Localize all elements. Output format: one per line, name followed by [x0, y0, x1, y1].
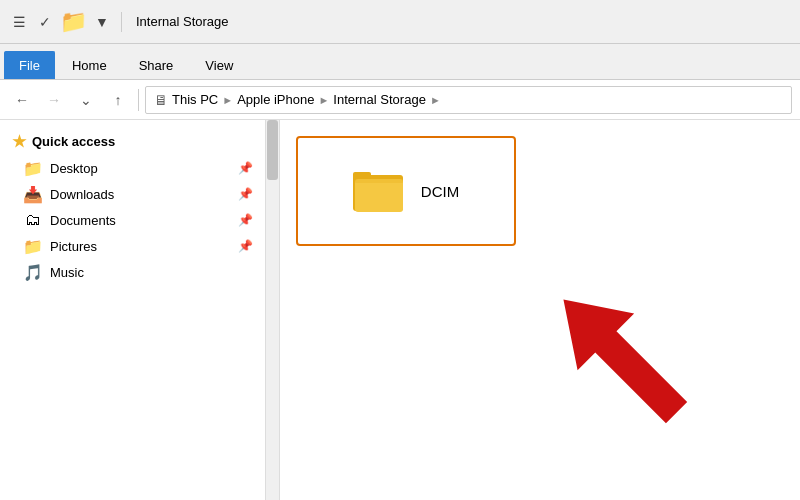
- segment-label: Internal Storage: [333, 92, 426, 107]
- file-area: DCIM: [280, 120, 800, 500]
- segment-label: Apple iPhone: [237, 92, 314, 107]
- quick-access-button[interactable]: ☰: [8, 11, 30, 33]
- computer-icon: 🖥: [154, 92, 168, 108]
- music-label: Music: [50, 265, 253, 280]
- folder-inner: DCIM: [353, 167, 459, 215]
- title-bar: ☰ ✓ 📁 ▼ Internal Storage: [0, 0, 800, 44]
- recent-locations-button[interactable]: ⌄: [72, 86, 100, 114]
- sidebar-item-desktop[interactable]: 📁 Desktop 📌: [0, 155, 265, 181]
- pictures-folder-icon: 📁: [24, 237, 42, 255]
- tab-home[interactable]: Home: [57, 51, 122, 79]
- separator-3: ►: [430, 94, 441, 106]
- forward-button[interactable]: →: [40, 86, 68, 114]
- sidebar: ★ Quick access 📁 Desktop 📌 📥 Downloads 📌: [0, 120, 280, 500]
- folder-dcim[interactable]: DCIM: [296, 136, 516, 246]
- scrollbar-track[interactable]: [265, 120, 279, 500]
- sidebar-item-documents[interactable]: 🗂 Documents 📌: [0, 207, 265, 233]
- pin-icon-documents: 📌: [238, 213, 253, 227]
- documents-label: Documents: [50, 213, 230, 228]
- svg-rect-1: [353, 172, 371, 180]
- quick-access-label: Quick access: [32, 134, 115, 149]
- tab-file[interactable]: File: [4, 51, 55, 79]
- pictures-label: Pictures: [50, 239, 230, 254]
- nav-divider: [138, 89, 139, 111]
- downloads-folder-icon: 📥: [24, 185, 42, 203]
- sidebar-item-pictures[interactable]: 📁 Pictures 📌: [0, 233, 265, 259]
- main-content: ★ Quick access 📁 Desktop 📌 📥 Downloads 📌: [0, 120, 800, 500]
- folder-svg-icon: [353, 167, 409, 215]
- downloads-label: Downloads: [50, 187, 230, 202]
- dropdown-icon[interactable]: ▼: [91, 11, 113, 33]
- nav-bar: ← → ⌄ ↑ 🖥 This PC ► Apple iPhone ► Inter…: [0, 80, 800, 120]
- arrow-svg: [520, 256, 720, 456]
- svg-rect-2: [355, 179, 403, 212]
- separator-1: ►: [222, 94, 233, 106]
- window-title: Internal Storage: [136, 14, 229, 29]
- scrollbar-thumb[interactable]: [267, 120, 278, 180]
- address-segment-storage[interactable]: Internal Storage: [333, 92, 426, 107]
- svg-marker-5: [535, 271, 705, 441]
- tab-view[interactable]: View: [190, 51, 248, 79]
- sidebar-item-downloads[interactable]: 📥 Downloads 📌: [0, 181, 265, 207]
- music-folder-icon: 🎵: [24, 263, 42, 281]
- address-segment-thispc[interactable]: This PC: [172, 92, 218, 107]
- sidebar-items: ★ Quick access 📁 Desktop 📌 📥 Downloads 📌: [0, 120, 279, 293]
- back-button[interactable]: ←: [8, 86, 36, 114]
- desktop-label: Desktop: [50, 161, 230, 176]
- sidebar-item-music[interactable]: 🎵 Music: [0, 259, 265, 285]
- desktop-folder-icon: 📁: [24, 159, 42, 177]
- segment-label: This PC: [172, 92, 218, 107]
- sidebar-quick-access[interactable]: ★ Quick access: [0, 128, 265, 155]
- star-icon: ★: [12, 132, 26, 151]
- address-segment-iphone[interactable]: Apple iPhone: [237, 92, 314, 107]
- sidebar-scroll-area: ★ Quick access 📁 Desktop 📌 📥 Downloads 📌: [0, 120, 279, 500]
- pin-icon-downloads: 📌: [238, 187, 253, 201]
- ribbon-tabs: File Home Share View: [0, 44, 800, 80]
- folder-icon: 📁: [60, 9, 87, 35]
- checkbox-icon[interactable]: ✓: [34, 11, 56, 33]
- pin-icon-pictures: 📌: [238, 239, 253, 253]
- pin-icon: 📌: [238, 161, 253, 175]
- tab-share[interactable]: Share: [124, 51, 189, 79]
- folder-label: DCIM: [421, 183, 459, 200]
- separator-2: ►: [318, 94, 329, 106]
- address-bar[interactable]: 🖥 This PC ► Apple iPhone ► Internal Stor…: [145, 86, 792, 114]
- red-arrow: [520, 256, 720, 460]
- up-button[interactable]: ↑: [104, 86, 132, 114]
- svg-rect-3: [355, 179, 403, 183]
- title-bar-icons: ☰ ✓ 📁 ▼: [8, 9, 126, 35]
- documents-folder-icon: 🗂: [24, 211, 42, 229]
